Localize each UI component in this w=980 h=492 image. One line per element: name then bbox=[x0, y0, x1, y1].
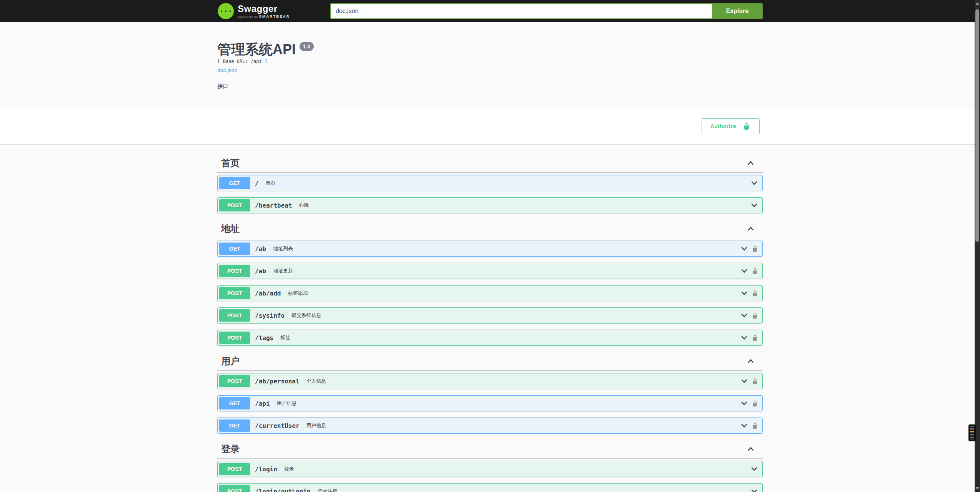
operation-row[interactable]: POST/tags标签 bbox=[217, 330, 763, 346]
authorize-button[interactable]: Authorize bbox=[702, 118, 760, 134]
expand-operation-button[interactable] bbox=[740, 244, 748, 253]
op-list: GET/ab地址列表POST/ab地址更新POST/ab/add标签添加POST… bbox=[217, 241, 763, 346]
section-header-首页[interactable]: 首页 bbox=[217, 154, 763, 173]
expand-operation-button[interactable] bbox=[740, 311, 748, 320]
expand-operation-button[interactable] bbox=[740, 267, 748, 275]
expand-operation-button[interactable] bbox=[740, 421, 748, 430]
operation-row[interactable]: POST/ab/personal个人信息 bbox=[217, 373, 763, 389]
expand-operation-button[interactable] bbox=[750, 487, 758, 492]
operation-row[interactable]: GET/currentUser用户信息 bbox=[217, 418, 763, 434]
expand-operation-button[interactable] bbox=[740, 399, 748, 408]
auth-lock-icon bbox=[752, 268, 758, 274]
method-badge: POST bbox=[219, 199, 250, 211]
scheme-container: Authorize bbox=[0, 108, 980, 144]
operation-path: /login/outLogin bbox=[255, 488, 311, 492]
section-title: 地址 bbox=[221, 223, 747, 234]
operation-summary: 地址更新 bbox=[273, 267, 293, 274]
operation-summary: 标签添加 bbox=[288, 290, 308, 297]
expand-chevron-icon bbox=[740, 267, 748, 275]
authorization-button[interactable] bbox=[752, 335, 758, 341]
op-controls bbox=[750, 465, 758, 473]
operation-row[interactable]: POST/ab地址更新 bbox=[217, 263, 763, 279]
operation-summary: 个人信息 bbox=[306, 378, 326, 385]
explore-button[interactable]: Explore bbox=[712, 3, 763, 19]
swagger-logo[interactable]: {···} Swagger. Supported bySMARTBEAR bbox=[217, 3, 290, 20]
info-section: 管理系统API 1.0 [ Base URL: /api ] doc.json … bbox=[0, 22, 980, 108]
auth-lock-icon bbox=[752, 290, 758, 297]
method-badge: POST bbox=[219, 265, 250, 277]
operation-path: /currentUser bbox=[255, 422, 300, 429]
operations-list: 首页GET/首页POST/heartbeat心跳地址GET/ab地址列表POST… bbox=[217, 154, 763, 492]
brand-mark: . bbox=[278, 7, 279, 11]
authorization-button[interactable] bbox=[752, 268, 758, 274]
authorization-button[interactable] bbox=[752, 378, 758, 385]
spec-url-input[interactable] bbox=[330, 3, 712, 19]
authorization-button[interactable] bbox=[752, 290, 758, 297]
minimap-line bbox=[970, 437, 974, 438]
operation-summary: 登录注销 bbox=[318, 488, 338, 492]
expand-operation-button[interactable] bbox=[750, 465, 758, 473]
method-badge: POST bbox=[219, 287, 250, 299]
operation-summary: 首页 bbox=[266, 180, 276, 187]
op-list: GET/首页POST/heartbeat心跳 bbox=[217, 175, 763, 213]
section-header-地址[interactable]: 地址 bbox=[217, 220, 763, 238]
section-header-登录[interactable]: 登录 bbox=[217, 440, 763, 459]
section-header-用户[interactable]: 用户 bbox=[217, 352, 763, 371]
expand-chevron-icon bbox=[750, 487, 758, 492]
method-badge: POST bbox=[219, 375, 250, 387]
operation-path: /api bbox=[255, 400, 270, 407]
operation-summary: 登录 bbox=[284, 466, 294, 472]
scrollbar-thumb[interactable] bbox=[975, 9, 979, 242]
minimap-line bbox=[970, 429, 974, 430]
operation-row[interactable]: GET/首页 bbox=[217, 175, 763, 191]
operation-row[interactable]: GET/ab地址列表 bbox=[217, 241, 763, 257]
scroll-down-arrow[interactable] bbox=[975, 487, 979, 490]
expand-chevron-icon bbox=[740, 289, 748, 297]
spec-link[interactable]: doc.json bbox=[217, 67, 237, 73]
expand-operation-button[interactable] bbox=[740, 334, 748, 342]
op-controls bbox=[740, 399, 758, 408]
operation-row[interactable]: POST/login/outLogin登录注销 bbox=[217, 483, 763, 492]
base-url: [ Base URL: /api ] bbox=[217, 59, 763, 64]
scroll-up-arrow[interactable] bbox=[975, 2, 979, 5]
op-list: POST/login登录POST/login/outLogin登录注销 bbox=[217, 461, 763, 492]
authorization-button[interactable] bbox=[752, 423, 758, 429]
expand-operation-button[interactable] bbox=[740, 289, 748, 297]
method-badge: POST bbox=[219, 463, 250, 475]
operation-row[interactable]: GET/api用户信息 bbox=[217, 395, 763, 411]
topbar: {···} Swagger. Supported bySMARTBEAR Exp… bbox=[0, 0, 980, 22]
operation-row[interactable]: POST/heartbeat心跳 bbox=[217, 197, 763, 213]
operation-path: /ab bbox=[255, 267, 266, 275]
operation-path: /ab/personal bbox=[255, 378, 300, 385]
scrollbar[interactable] bbox=[975, 0, 980, 492]
authorization-button[interactable] bbox=[752, 312, 758, 319]
operation-row[interactable]: POST/sysinfo提交系统信息 bbox=[217, 307, 763, 324]
auth-lock-icon bbox=[752, 378, 758, 385]
authorization-button[interactable] bbox=[752, 400, 758, 407]
expand-chevron-icon bbox=[750, 179, 758, 187]
authorize-label: Authorize bbox=[710, 123, 736, 129]
operation-row[interactable]: POST/ab/add标签添加 bbox=[217, 285, 763, 301]
auth-lock-icon bbox=[752, 400, 758, 407]
opblock-tag-section: 用户POST/ab/personal个人信息GET/api用户信息GET/cur… bbox=[217, 352, 763, 434]
operation-row[interactable]: POST/login登录 bbox=[217, 461, 763, 477]
collapse-chevron-icon bbox=[747, 159, 755, 167]
operations: 首页GET/首页POST/heartbeat心跳地址GET/ab地址列表POST… bbox=[0, 144, 980, 492]
opblock-tag-section: 首页GET/首页POST/heartbeat心跳 bbox=[217, 154, 763, 213]
section-title: 登录 bbox=[221, 444, 747, 454]
op-list: POST/ab/personal个人信息GET/api用户信息GET/curre… bbox=[217, 373, 763, 434]
method-badge: GET bbox=[219, 397, 250, 409]
method-badge: GET bbox=[219, 419, 250, 432]
spec-url-form: Explore bbox=[330, 3, 763, 19]
operation-path: /login bbox=[255, 466, 277, 473]
expand-operation-button[interactable] bbox=[750, 179, 758, 187]
minimap-line bbox=[970, 434, 974, 435]
expand-operation-button[interactable] bbox=[750, 201, 758, 210]
opblock-tag-section: 登录POST/login登录POST/login/outLogin登录注销 bbox=[217, 440, 763, 492]
operation-path: / bbox=[255, 180, 259, 187]
operation-summary: 心跳 bbox=[299, 202, 309, 209]
expand-operation-button[interactable] bbox=[740, 377, 748, 385]
authorization-button[interactable] bbox=[752, 246, 758, 252]
op-controls bbox=[740, 377, 758, 385]
method-badge: POST bbox=[219, 485, 250, 492]
